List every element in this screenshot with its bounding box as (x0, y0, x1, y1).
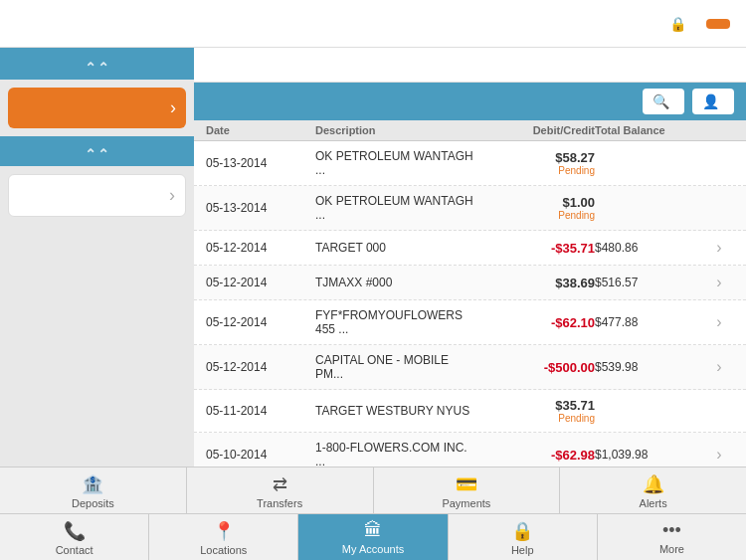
checking-account-info (20, 106, 170, 110)
col-desc: Description (315, 124, 475, 136)
tx-desc: OK PETROLEUM WANTAGH ... (315, 194, 475, 222)
search-icon: 🔍 (653, 93, 669, 109)
tx-date: 05-12-2014 (206, 241, 315, 255)
tx-chevron: › (704, 358, 734, 376)
table-header: Date Description Debit/Credit Total Bala… (194, 120, 746, 141)
search-transactions-button[interactable]: 🔍 (643, 89, 684, 114)
bottom-nav-top-item-deposits[interactable]: 🏦 Deposits (0, 467, 187, 513)
table-row[interactable]: 05-12-2014 TARGET 000 -$35.71 $480.86 › (194, 231, 746, 266)
nav-icon-help: 🔒 (511, 520, 533, 542)
nav-icon-contact: 📞 (64, 520, 86, 542)
bottom-nav-item-contact[interactable]: 📞 Contact (0, 514, 149, 560)
transactions-list: 05-13-2014 OK PETROLEUM WANTAGH ... $58.… (194, 141, 746, 467)
tx-date: 05-12-2014 (206, 360, 315, 374)
tx-chevron: › (704, 239, 734, 257)
bottom-nav-bottom: 📞 Contact 📍 Locations 🏛 My Accounts 🔒 He… (0, 514, 746, 560)
logout-button[interactable] (706, 19, 730, 29)
tx-date: 05-13-2014 (206, 156, 315, 170)
col-total: Total Balance (595, 124, 704, 136)
savings-account-item[interactable]: › (8, 174, 186, 217)
app-header: 🔒 (0, 0, 746, 48)
tx-date: 05-13-2014 (206, 201, 315, 215)
tx-date: 05-12-2014 (206, 276, 315, 289)
checking-header: ⌃⌃ (0, 48, 194, 80)
bottom-nav-top-item-alerts[interactable]: 🔔 Alerts (560, 467, 746, 513)
nav-icon-locations: 📍 (213, 520, 235, 542)
checking-chevron-right: › (170, 97, 176, 118)
nav-icon-my accounts: 🏛 (364, 520, 382, 541)
tx-total: $477.88 (595, 315, 704, 329)
nav-icon-payments: 💳 (456, 473, 477, 495)
bottom-nav-item-help[interactable]: 🔒 Help (449, 514, 598, 560)
right-panel: 🔍 👤 Date Description Debit/Credit Total … (194, 48, 746, 467)
checking-chevrons: ⌃⌃ (0, 60, 194, 76)
tx-desc: TARGET WESTBURY NYUS (315, 404, 475, 418)
tx-total: $480.86 (595, 241, 704, 255)
bottom-nav-item-more[interactable]: ••• More (598, 514, 746, 560)
col-date: Date (206, 124, 315, 136)
account-icon: 👤 (702, 93, 719, 109)
nav-icon-transfers: ⇄ (273, 473, 287, 495)
tx-desc: CAPITAL ONE - MOBILE PM... (315, 353, 475, 381)
bottom-nav-item-locations[interactable]: 📍 Locations (149, 514, 298, 560)
tx-chevron: › (704, 446, 734, 464)
savings-chevron-right: › (169, 185, 175, 206)
checking-account-item[interactable]: › (8, 88, 186, 128)
table-row[interactable]: 05-12-2014 FYF*FROMYOUFLOWERS 455 ... -$… (194, 300, 746, 345)
sidebar: ⌃⌃ › ⌃⌃ (0, 48, 194, 467)
table-row[interactable]: 05-12-2014 CAPITAL ONE - MOBILE PM... -$… (194, 345, 746, 390)
table-row: 05-13-2014 OK PETROLEUM WANTAGH ... $1.0… (194, 186, 746, 231)
table-row[interactable]: 05-12-2014 TJMAXX #000 $38.69 $516.57 › (194, 266, 746, 300)
tx-date: 05-11-2014 (206, 404, 315, 418)
bottom-nav-top-item-transfers[interactable]: ⇄ Transfers (187, 467, 374, 513)
bottom-nav-item-my-accounts[interactable]: 🏛 My Accounts (298, 514, 448, 560)
tx-desc: 1-800-FLOWERS.COM INC. ... (315, 441, 475, 467)
main-content: ⌃⌃ › ⌃⌃ (0, 48, 746, 467)
tx-desc: TJMAXX #000 (315, 276, 475, 289)
nav-icon-alerts: 🔔 (643, 473, 664, 495)
tx-date: 05-12-2014 (206, 315, 315, 329)
transaction-toolbar: 🔍 👤 (194, 83, 746, 120)
savings-chevrons: ⌃⌃ (0, 146, 194, 162)
tx-total: $516.57 (595, 276, 704, 289)
bottom-nav-top: 🏦 Deposits ⇄ Transfers 💳 Payments 🔔 Aler… (0, 467, 746, 514)
tx-desc: OK PETROLEUM WANTAGH ... (315, 149, 475, 177)
tx-date: 05-10-2014 (206, 448, 315, 462)
tx-chevron: › (704, 274, 734, 291)
savings-header: ⌃⌃ (0, 136, 194, 166)
table-row: 05-11-2014 TARGET WESTBURY NYUS $35.71 P… (194, 390, 746, 433)
table-row: 05-13-2014 OK PETROLEUM WANTAGH ... $58.… (194, 141, 746, 186)
bottom-nav-top-item-payments[interactable]: 💳 Payments (374, 467, 561, 513)
tx-total: $539.98 (595, 360, 704, 374)
table-row[interactable]: 05-10-2014 1-800-FLOWERS.COM INC. ... -$… (194, 433, 746, 467)
nav-icon-more: ••• (662, 520, 681, 541)
bottom-nav: 🏦 Deposits ⇄ Transfers 💳 Payments 🔔 Aler… (0, 467, 746, 560)
tx-desc: FYF*FROMYOUFLOWERS 455 ... (315, 308, 475, 336)
lock-icon: 🔒 (669, 16, 686, 32)
account-details-button[interactable]: 👤 (692, 89, 734, 114)
tx-chevron: › (704, 313, 734, 331)
account-header (194, 48, 746, 83)
nav-icon-deposits: 🏦 (82, 473, 103, 495)
tx-desc: TARGET 000 (315, 241, 475, 255)
tx-total: $1,039.98 (595, 448, 704, 462)
header-actions: 🔒 (669, 16, 730, 32)
col-debit-credit: Debit/Credit (475, 124, 595, 136)
